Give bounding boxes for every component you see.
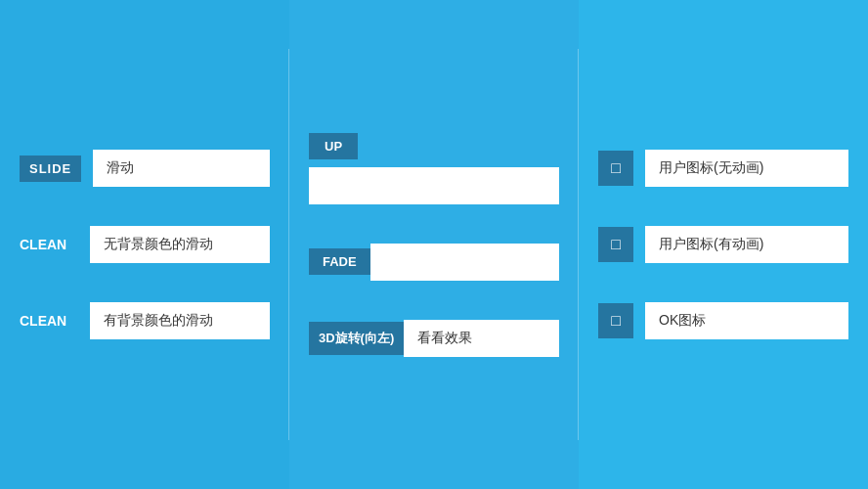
column-1: SLIDE 滑动 CLEAN 无背景颜色的滑动 CLEAN 有背景颜色的滑动 [0, 0, 289, 489]
column-2: UP FADE 3D旋转(向左) 看看效果 [289, 0, 579, 489]
icon-badge-1[interactable]: □ [598, 151, 633, 186]
threed-badge[interactable]: 3D旋转(向左) [309, 322, 404, 355]
clean-badge-1[interactable]: CLEAN [20, 231, 78, 258]
clean-item-1: CLEAN 无背景颜色的滑动 [20, 226, 270, 263]
slide-item: SLIDE 滑动 [20, 150, 270, 187]
icon-item-2: □ 用户图标(有动画) [598, 226, 848, 263]
main-container: SLIDE 滑动 CLEAN 无背景颜色的滑动 CLEAN 有背景颜色的滑动 U… [0, 0, 868, 489]
up-text [309, 167, 559, 204]
icon-label-1: 用户图标(无动画) [645, 150, 848, 187]
clean-text-1: 无背景颜色的滑动 [90, 226, 270, 263]
up-item: UP [309, 133, 559, 204]
clean-badge-2[interactable]: CLEAN [20, 307, 78, 334]
fade-badge[interactable]: FADE [309, 248, 370, 275]
icon-item-1: □ 用户图标(无动画) [598, 150, 848, 187]
icon-label-3: OK图标 [645, 302, 848, 339]
fade-item: FADE [309, 244, 559, 281]
threed-text: 看看效果 [404, 320, 559, 357]
icon-item-3: □ OK图标 [598, 302, 848, 339]
icon-badge-3[interactable]: □ [598, 303, 633, 338]
clean-item-2: CLEAN 有背景颜色的滑动 [20, 302, 270, 339]
fade-text [370, 244, 559, 281]
column-3: □ 用户图标(无动画) □ 用户图标(有动画) □ OK图标 [579, 0, 868, 489]
threed-item: 3D旋转(向左) 看看效果 [309, 320, 559, 357]
slide-text: 滑动 [93, 150, 270, 187]
icon-label-2: 用户图标(有动画) [645, 226, 848, 263]
clean-text-2: 有背景颜色的滑动 [90, 302, 270, 339]
icon-badge-2[interactable]: □ [598, 227, 633, 262]
up-badge[interactable]: UP [309, 133, 358, 159]
slide-badge[interactable]: SLIDE [20, 156, 81, 182]
